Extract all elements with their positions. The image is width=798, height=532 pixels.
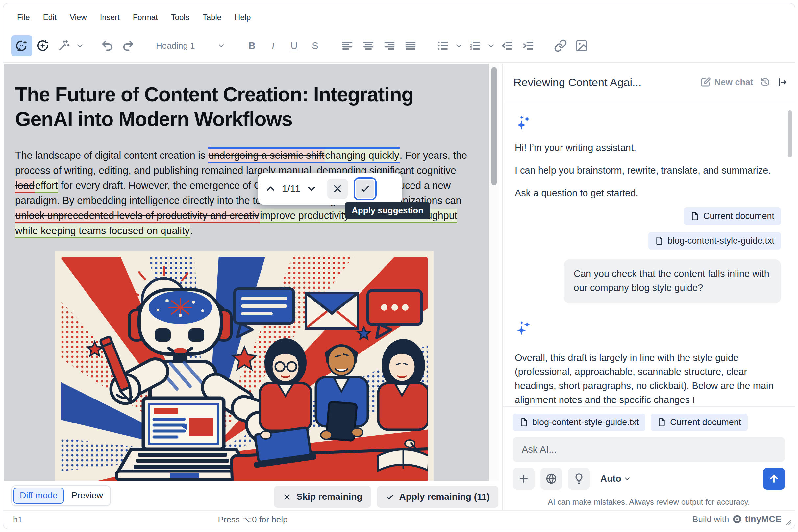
document-illustration[interactable]	[55, 251, 433, 481]
redo-button[interactable]	[118, 35, 139, 56]
context-chip[interactable]: blog-content-style-guide.txt	[513, 414, 645, 431]
model-mode-label: Auto	[600, 474, 621, 483]
diff-controls-bar: Diff mode Preview Skip remaining Apply r…	[4, 481, 502, 514]
diff-mode-tab[interactable]: Diff mode	[14, 488, 64, 504]
skip-remaining-label: Skip remaining	[296, 492, 363, 501]
bold-icon: B	[249, 41, 256, 51]
align-justify-button[interactable]	[400, 35, 421, 56]
suggestion-popup: 1/11	[258, 173, 402, 205]
user-message-bubble: Can you check that the content falls inl…	[564, 260, 781, 303]
context-chip[interactable]: Current document	[651, 414, 748, 431]
menu-tools[interactable]: Tools	[166, 10, 195, 25]
suggestion-insertion[interactable]: effort	[35, 179, 58, 193]
suggestion-insertion-selected[interactable]: changing quickly	[324, 147, 400, 164]
reject-suggestion-button[interactable]	[327, 178, 348, 199]
globe-icon	[545, 473, 557, 484]
close-icon	[282, 493, 292, 501]
ideas-button[interactable]	[568, 468, 590, 490]
align-justify-icon	[404, 39, 417, 52]
bullet-list-button[interactable]	[432, 35, 453, 56]
apply-suggestion-focus-ring	[354, 177, 377, 200]
previous-suggestion-button[interactable]	[263, 181, 279, 197]
new-chat-icon	[700, 77, 711, 88]
document-scrollbar-thumb[interactable]	[491, 67, 497, 186]
document-paragraph[interactable]: The landscape of digital content creatio…	[15, 148, 478, 239]
robot-collaboration-artwork	[55, 251, 433, 481]
ai-review-button[interactable]	[32, 35, 53, 56]
menu-edit[interactable]: Edit	[38, 10, 62, 25]
new-chat-button[interactable]: New chat	[700, 77, 753, 88]
apply-suggestion-tooltip: Apply suggestion	[345, 202, 430, 219]
web-search-button[interactable]	[540, 468, 562, 490]
context-chip-label: blog-content-style-guide.txt	[532, 418, 639, 427]
apply-remaining-button[interactable]: Apply remaining (11)	[377, 486, 498, 508]
composer-context-chips: blog-content-style-guide.txtCurrent docu…	[513, 414, 785, 431]
send-button[interactable]	[763, 468, 785, 490]
lightbulb-icon	[573, 473, 585, 484]
strikethrough-icon: S	[312, 41, 318, 51]
strikethrough-button[interactable]: S	[304, 35, 326, 56]
collapse-panel-icon	[777, 77, 787, 88]
menu-view[interactable]: View	[64, 10, 92, 25]
document-icon	[657, 418, 666, 427]
undo-button[interactable]	[97, 35, 118, 56]
menu-help[interactable]: Help	[229, 10, 256, 25]
chat-title: Reviewing Content Agai...	[514, 76, 694, 89]
document-title[interactable]: The Future of Content Creation: Integrat…	[15, 82, 458, 132]
ask-ai-input[interactable]	[513, 437, 785, 462]
chevron-down-icon	[623, 475, 631, 483]
user-message-text: Can you check that the content falls inl…	[574, 267, 771, 295]
check-icon	[386, 493, 394, 501]
bold-button[interactable]: B	[241, 35, 262, 56]
accessibility-help-text: Press ⌥0 for help	[3, 515, 502, 524]
ai-assistant-button[interactable]	[11, 35, 32, 56]
align-left-button[interactable]	[337, 35, 358, 56]
italic-button[interactable]: I	[262, 35, 283, 56]
insert-image-button[interactable]	[571, 35, 592, 56]
suggestion-deletion-selected[interactable]: undergoing a seismic shift	[208, 147, 325, 164]
tinymce-editor-window: FileEditViewInsertFormatToolsTableHelp	[3, 3, 795, 529]
apply-remaining-label: Apply remaining (11)	[399, 492, 490, 501]
undo-icon	[101, 39, 114, 52]
chat-history-button[interactable]	[760, 77, 771, 88]
align-center-icon	[362, 39, 375, 52]
arrow-up-icon	[768, 473, 780, 484]
add-attachment-button[interactable]	[513, 468, 535, 490]
next-suggestion-button[interactable]	[303, 181, 319, 197]
numbered-list-dropdown[interactable]	[485, 35, 497, 56]
document-scrollbar[interactable]	[489, 64, 499, 481]
ai-shortcuts-dropdown[interactable]	[74, 35, 86, 56]
collapse-panel-button[interactable]	[777, 77, 787, 88]
align-center-button[interactable]	[358, 35, 379, 56]
apply-suggestion-button[interactable]	[356, 179, 374, 198]
outdent-button[interactable]	[497, 35, 518, 56]
ai-shortcuts-button[interactable]	[53, 35, 74, 56]
assistant-welcome-line3: Ask a question to get started.	[515, 186, 781, 200]
context-chip-label: Current document	[703, 212, 774, 221]
bullet-list-dropdown[interactable]	[453, 35, 464, 56]
link-button[interactable]	[550, 35, 571, 56]
block-format-select[interactable]: Heading 1	[150, 35, 230, 56]
align-left-icon	[341, 39, 354, 52]
suggestion-deletion[interactable]: load	[15, 179, 35, 193]
chat-header: Reviewing Content Agai... New chat	[503, 64, 795, 101]
menu-table[interactable]: Table	[197, 10, 227, 25]
skip-remaining-button[interactable]: Skip remaining	[274, 486, 371, 508]
model-mode-select[interactable]: Auto	[600, 474, 631, 483]
resize-handle-icon[interactable]	[783, 517, 792, 526]
suggestion-deletion[interactable]: unlock unprecedented levels of productiv…	[15, 209, 260, 223]
document-canvas[interactable]: The Future of Content Creation: Integrat…	[4, 64, 489, 481]
underline-icon: U	[291, 41, 298, 51]
chat-composer: blog-content-style-guide.txtCurrent docu…	[503, 406, 795, 510]
preview-tab[interactable]: Preview	[66, 488, 109, 503]
chat-scrollbar-thumb[interactable]	[788, 111, 792, 157]
menu-file[interactable]: File	[12, 10, 35, 25]
numbered-list-button[interactable]: 123	[464, 35, 485, 56]
indent-button[interactable]	[518, 35, 539, 56]
history-icon	[760, 77, 771, 88]
menu-insert[interactable]: Insert	[95, 10, 125, 25]
chat-messages: Hi! I’m your writing assistant. I can he…	[503, 102, 795, 406]
underline-button[interactable]: U	[283, 35, 304, 56]
menu-format[interactable]: Format	[128, 10, 163, 25]
align-right-button[interactable]	[379, 35, 400, 56]
